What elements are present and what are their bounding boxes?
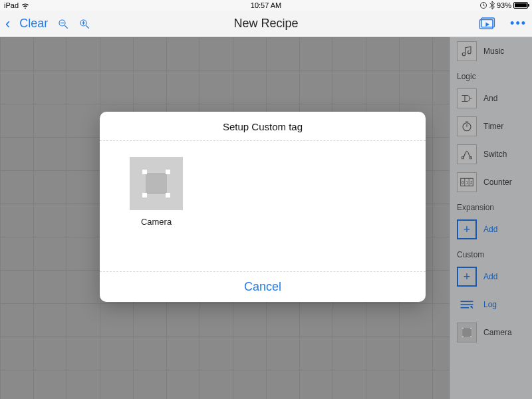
svg-rect-30 xyxy=(146,173,167,194)
custom-tag-tile-camera[interactable]: Camera xyxy=(126,157,186,227)
setup-custom-tag-modal: Setup Custom tag Camera Cancel xyxy=(100,112,426,302)
page-title: New Recipe xyxy=(233,17,298,31)
battery-icon xyxy=(513,2,528,9)
wifi-icon xyxy=(21,3,29,9)
more-menu-button[interactable]: ••• xyxy=(510,17,527,31)
svg-line-7 xyxy=(86,25,90,29)
clear-button[interactable]: Clear xyxy=(19,17,48,31)
zoom-out-button[interactable] xyxy=(57,18,69,30)
toolbar: ‹ Clear New Recipe ••• xyxy=(0,11,532,37)
svg-rect-31 xyxy=(142,170,147,174)
status-time: 10:57 AM xyxy=(251,1,281,9)
svg-rect-32 xyxy=(166,170,170,174)
main: Music Logic And Timer Switch 012 Counter xyxy=(0,37,532,399)
modal-body: Camera xyxy=(100,141,426,272)
modal-title: Setup Custom tag xyxy=(100,112,426,141)
rotation-lock-icon xyxy=(479,1,487,9)
zoom-in-button[interactable] xyxy=(78,18,90,30)
svg-rect-33 xyxy=(142,193,147,198)
cancel-button[interactable]: Cancel xyxy=(100,272,426,302)
svg-line-3 xyxy=(65,25,68,29)
play-recipe-button[interactable] xyxy=(478,17,495,31)
device-label: iPad xyxy=(4,1,19,9)
tile-label: Camera xyxy=(141,217,172,227)
status-right: 93% xyxy=(479,1,528,9)
back-button[interactable]: ‹ xyxy=(5,15,10,33)
svg-rect-34 xyxy=(166,193,170,198)
status-left: iPad xyxy=(4,1,29,9)
bluetooth-icon xyxy=(489,1,495,9)
camera-tag-icon xyxy=(130,157,183,210)
battery-percent: 93% xyxy=(497,1,511,9)
status-bar: iPad 10:57 AM 93% xyxy=(0,0,532,11)
svg-marker-10 xyxy=(485,22,489,27)
